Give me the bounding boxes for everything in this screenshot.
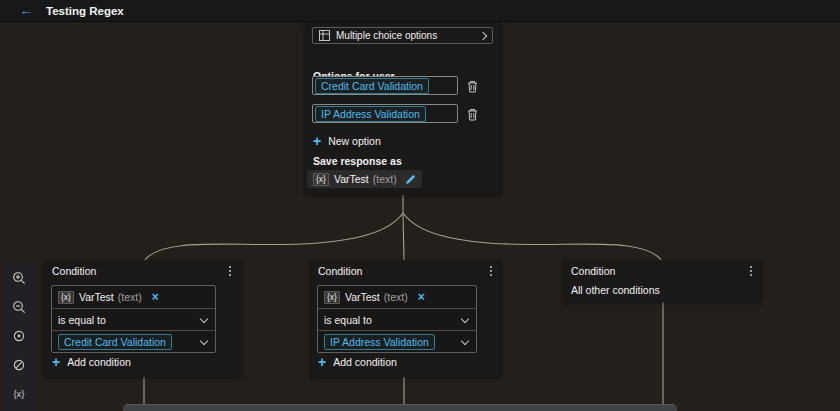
topic-header: ← Testing Regex [0, 0, 840, 22]
variable-type: (text) [384, 291, 408, 303]
connector-middle [403, 213, 404, 260]
condition-title: Condition [52, 265, 227, 277]
condition-node-2: Condition {x} VarTest (text) × is equal … [310, 260, 502, 377]
reset-view-icon [12, 358, 26, 372]
add-condition-label: Add condition [67, 356, 131, 368]
remove-variable-icon[interactable]: × [152, 292, 159, 302]
condition-2-value-dropdown[interactable]: IP Address Validation [318, 330, 476, 352]
operator-value: is equal to [324, 314, 372, 326]
variable-badge-icon: {x} [313, 173, 329, 186]
variable-badge-icon: {x} [324, 291, 340, 304]
condition-2-box: {x} VarTest (text) × is equal to IP Addr… [317, 285, 477, 353]
condition-1-box: {x} VarTest (text) × is equal to Credit … [51, 285, 216, 353]
multiple-choice-icon [319, 30, 330, 41]
all-other-conditions-label: All other conditions [563, 281, 762, 299]
variables-icon: {x} [13, 388, 24, 399]
more-options-icon[interactable] [488, 263, 494, 279]
option-chip-2: IP Address Validation [315, 106, 426, 122]
option-chip-1: Credit Card Validation [315, 78, 429, 94]
new-option-button[interactable]: + New option [313, 135, 381, 147]
question-type-button[interactable]: Multiple choice options [312, 27, 493, 44]
variables-button[interactable]: {x} [7, 382, 31, 405]
variable-name: VarTest [345, 291, 380, 303]
response-variable-chip[interactable]: {x} VarTest (text) [307, 170, 422, 188]
condition-1-operator-dropdown[interactable]: is equal to [52, 308, 215, 330]
new-option-label: New option [328, 135, 381, 147]
variable-type: (text) [373, 173, 397, 185]
trash-icon [467, 108, 478, 121]
condition-1-value-dropdown[interactable]: Credit Card Validation [52, 330, 215, 352]
plus-icon: + [318, 356, 326, 368]
condition-2-operator-dropdown[interactable]: is equal to [318, 308, 476, 330]
condition-node-3: Condition All other conditions [563, 260, 762, 302]
clipped-node-top[interactable] [123, 404, 677, 411]
option-input-1[interactable]: Credit Card Validation [312, 76, 458, 95]
condition-3-header: Condition [563, 260, 762, 281]
reset-view-button[interactable] [7, 353, 31, 376]
add-condition-label: Add condition [333, 356, 397, 368]
condition-1-header: Condition [44, 260, 241, 281]
more-options-icon[interactable] [748, 263, 754, 279]
operator-value: is equal to [58, 314, 106, 326]
condition-2-header: Condition [310, 260, 502, 281]
center-view-button[interactable] [7, 325, 31, 348]
back-button[interactable]: ← [18, 4, 34, 17]
canvas-toolbar: {x} [3, 263, 35, 411]
plus-icon: + [313, 135, 321, 147]
chevron-down-icon [461, 315, 469, 323]
connector-left [144, 213, 403, 261]
variable-name: VarTest [334, 173, 369, 185]
question-node: Multiple choice options Options for user… [305, 22, 502, 195]
chevron-down-icon [461, 337, 469, 345]
authoring-canvas: ← Testing Regex Multiple choice options … [0, 0, 840, 411]
variable-name: VarTest [79, 291, 114, 303]
add-condition-button[interactable]: + Add condition [318, 356, 397, 368]
more-options-icon[interactable] [227, 263, 233, 279]
connector-right [403, 213, 662, 261]
zoom-out-button[interactable] [7, 296, 31, 319]
zoom-out-icon [12, 300, 26, 314]
variable-badge-icon: {x} [58, 291, 74, 304]
add-condition-button[interactable]: + Add condition [52, 356, 131, 368]
delete-option-2-button[interactable] [464, 106, 480, 122]
chevron-down-icon [200, 337, 208, 345]
chevron-down-icon [200, 315, 208, 323]
delete-option-1-button[interactable] [464, 78, 480, 94]
question-type-label: Multiple choice options [336, 30, 480, 41]
condition-2-variable-row[interactable]: {x} VarTest (text) × [318, 286, 476, 308]
chevron-right-icon [479, 31, 487, 39]
center-view-icon [12, 329, 26, 343]
plus-icon: + [52, 356, 60, 368]
variable-type: (text) [118, 291, 142, 303]
condition-value-chip: IP Address Validation [324, 334, 435, 350]
zoom-in-icon [12, 271, 26, 285]
remove-variable-icon[interactable]: × [418, 292, 425, 302]
zoom-in-button[interactable] [7, 267, 31, 290]
save-response-label: Save response as [313, 155, 402, 167]
condition-title: Condition [571, 265, 748, 277]
condition-title: Condition [318, 265, 488, 277]
option-input-2[interactable]: IP Address Validation [312, 104, 458, 123]
condition-node-1: Condition {x} VarTest (text) × is equal … [44, 260, 241, 377]
pencil-icon [405, 174, 416, 185]
topic-title: Testing Regex [46, 5, 124, 17]
condition-1-variable-row[interactable]: {x} VarTest (text) × [52, 286, 215, 308]
condition-value-chip: Credit Card Validation [58, 334, 172, 350]
edit-variable-button[interactable] [405, 174, 416, 185]
trash-icon [467, 80, 478, 93]
